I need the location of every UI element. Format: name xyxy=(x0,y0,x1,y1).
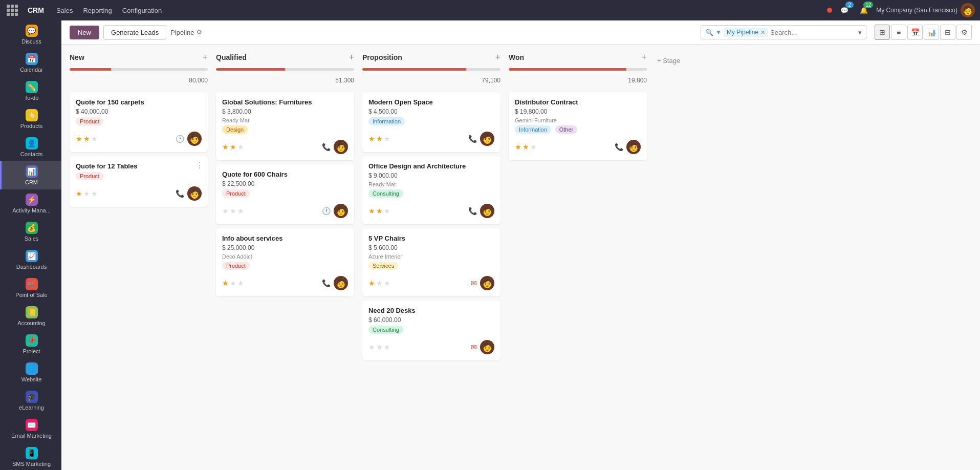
view-calendar-button[interactable]: 📅 xyxy=(907,25,923,40)
sidebar-item-website[interactable]: 🌐 Website xyxy=(0,358,61,387)
discuss-icon: 💬 xyxy=(26,25,38,37)
star-3[interactable]: ★ xyxy=(91,189,98,198)
add-stage-button[interactable]: + Stage xyxy=(655,53,682,69)
card-modern-open-space[interactable]: Modern Open Space $ 4,500.00 Information… xyxy=(362,92,500,152)
star-2[interactable]: ★ xyxy=(230,279,236,287)
company-selector[interactable]: My Company (San Francisco) 🧑 xyxy=(876,3,975,17)
phone-icon[interactable]: 📞 xyxy=(468,135,477,143)
clock-icon[interactable]: 🕐 xyxy=(322,207,331,215)
card-office-design[interactable]: Office Design and Architecture $ 9,000.0… xyxy=(362,156,500,224)
star-2[interactable]: ★ xyxy=(376,207,383,215)
phone-icon[interactable]: 📞 xyxy=(615,143,623,151)
sidebar-item-calendar[interactable]: 📅 Calendar xyxy=(0,49,61,77)
star-3[interactable]: ★ xyxy=(384,279,390,287)
view-list-button[interactable]: ≡ xyxy=(891,25,906,40)
search-input[interactable] xyxy=(770,29,856,36)
phone-icon[interactable]: 📞 xyxy=(322,279,331,287)
sidebar-item-sms-mkt[interactable]: 📱 SMS Marketing xyxy=(0,443,61,470)
star-2[interactable]: ★ xyxy=(230,143,236,151)
star-1[interactable]: ★ xyxy=(76,189,82,198)
email-icon[interactable]: ✉ xyxy=(471,279,477,287)
nav-configuration[interactable]: Configuration xyxy=(118,5,166,16)
sidebar-item-email-mkt[interactable]: ✉️ Email Marketing xyxy=(0,415,61,443)
col-add-won[interactable]: + xyxy=(641,53,647,62)
filter-tag-remove[interactable]: ✕ xyxy=(760,29,765,36)
star-3[interactable]: ★ xyxy=(91,135,98,143)
star-1[interactable]: ★ xyxy=(222,207,229,215)
star-1[interactable]: ★ xyxy=(515,143,521,151)
star-1[interactable]: ★ xyxy=(368,279,375,287)
star-3[interactable]: ★ xyxy=(384,135,390,143)
view-kanban-button[interactable]: ⊞ xyxy=(875,25,890,40)
sidebar-item-project[interactable]: 📌 Project xyxy=(0,330,61,358)
card-quote-12-tables[interactable]: ⋮ Quote for 12 Tables Product ★ ★ ★ 📞 🧑 xyxy=(70,156,208,207)
star-2[interactable]: ★ xyxy=(230,207,236,215)
nav-reporting[interactable]: Reporting xyxy=(79,5,116,16)
sidebar-item-sales[interactable]: 💰 Sales xyxy=(0,218,61,246)
discuss-btn[interactable]: 💬 2 xyxy=(837,3,852,17)
star-2[interactable]: ★ xyxy=(83,189,90,198)
sidebar-item-accounting[interactable]: 📒 Accounting xyxy=(0,302,61,330)
card-info-about-services[interactable]: Info about services $ 25,000.00 Deco Add… xyxy=(216,228,354,296)
star-1[interactable]: ★ xyxy=(76,135,82,143)
sidebar-label-pos: Point of Sale xyxy=(15,292,47,298)
sidebar-item-pos[interactable]: 🛒 Point of Sale xyxy=(0,274,61,302)
phone-icon[interactable]: 📞 xyxy=(322,143,331,151)
nav-sales[interactable]: Sales xyxy=(52,5,77,16)
clock-icon[interactable]: 🕐 xyxy=(176,135,184,143)
sidebar-item-activity[interactable]: ⚡ Activity Mana... xyxy=(0,189,61,218)
star-1[interactable]: ★ xyxy=(222,279,229,287)
generate-leads-button[interactable]: Generate Leads xyxy=(103,25,166,40)
sidebar-item-discuss[interactable]: 💬 Discuss xyxy=(0,20,61,49)
star-2[interactable]: ★ xyxy=(376,279,383,287)
sidebar-label-sales: Sales xyxy=(25,236,39,242)
card-quote-600-chairs[interactable]: Quote for 600 Chairs $ 22,500.00 Product… xyxy=(216,164,354,224)
star-3[interactable]: ★ xyxy=(384,207,390,215)
email-icon[interactable]: ✉ xyxy=(471,343,477,351)
view-chart-button[interactable]: 📊 xyxy=(924,25,939,40)
view-pivot-button[interactable]: ⊟ xyxy=(940,25,955,40)
card-stars: ★ ★ ★ xyxy=(368,279,390,287)
col-add-qualified[interactable]: + xyxy=(349,53,354,62)
star-2[interactable]: ★ xyxy=(522,143,529,151)
sidebar-item-elearning[interactable]: 🎓 eLearning xyxy=(0,387,61,415)
col-add-proposition[interactable]: + xyxy=(495,53,500,62)
pipeline-button[interactable]: Pipeline ⚙ xyxy=(170,29,202,36)
app-grid-button[interactable] xyxy=(5,3,19,17)
card-5vp-chairs[interactable]: 5 VP Chairs $ 5,600.00 Azure Interior Se… xyxy=(362,228,500,296)
star-1[interactable]: ★ xyxy=(222,143,229,151)
card-need-20-desks[interactable]: Need 20 Desks $ 60,000.00 Consulting ★ ★… xyxy=(362,301,500,360)
sidebar-item-todo[interactable]: ✏️ To-do xyxy=(0,77,61,105)
star-3[interactable]: ★ xyxy=(384,343,390,351)
card-title: Need 20 Desks xyxy=(368,307,494,314)
star-3[interactable]: ★ xyxy=(530,143,537,151)
star-3[interactable]: ★ xyxy=(237,143,244,151)
view-switcher: ⊞ ≡ 📅 📊 ⊟ ⚙ xyxy=(875,25,972,40)
sidebar-item-products[interactable]: 🏷️ Products xyxy=(0,105,61,133)
pipeline-settings-icon[interactable]: ⚙ xyxy=(197,29,202,36)
phone-icon[interactable]: 📞 xyxy=(176,189,184,198)
sidebar-item-dashboards[interactable]: 📈 Dashboards xyxy=(0,246,61,274)
phone-icon[interactable]: 📞 xyxy=(468,207,477,215)
star-3[interactable]: ★ xyxy=(237,207,244,215)
notifications-btn[interactable]: 🔔 12 xyxy=(857,3,871,17)
filter-tag-mypipeline[interactable]: My Pipeline ✕ xyxy=(724,28,768,37)
star-1[interactable]: ★ xyxy=(368,343,375,351)
card-subtitle: Ready Mat xyxy=(368,181,494,187)
card-global-solutions[interactable]: Global Solutions: Furnitures $ 3,800.00 … xyxy=(216,92,354,160)
star-3[interactable]: ★ xyxy=(237,279,244,287)
star-2[interactable]: ★ xyxy=(83,135,90,143)
sidebar-item-crm[interactable]: 📊 CRM xyxy=(0,161,61,189)
star-1[interactable]: ★ xyxy=(368,135,375,143)
star-2[interactable]: ★ xyxy=(376,343,383,351)
search-dropdown-arrow[interactable]: ▾ xyxy=(858,29,862,36)
card-distributor-contract[interactable]: Distributor Contract $ 19,800.00 Gemini … xyxy=(509,92,647,160)
card-quote-150-carpets[interactable]: Quote for 150 carpets $ 40,000.00 Produc… xyxy=(70,92,208,152)
col-add-new[interactable]: + xyxy=(202,53,208,62)
star-2[interactable]: ★ xyxy=(376,135,383,143)
card-menu-dots[interactable]: ⋮ xyxy=(195,160,204,170)
view-settings-button[interactable]: ⚙ xyxy=(956,25,972,40)
sidebar-item-contacts[interactable]: 👤 Contacts xyxy=(0,133,61,161)
new-button[interactable]: New xyxy=(70,26,99,39)
star-1[interactable]: ★ xyxy=(368,207,375,215)
